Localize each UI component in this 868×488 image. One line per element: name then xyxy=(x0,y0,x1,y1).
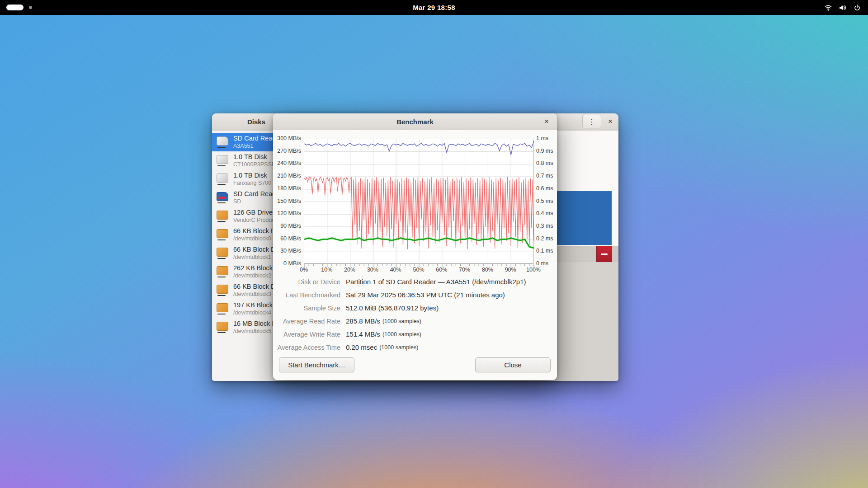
detail-label: Average Access Time xyxy=(273,344,340,351)
close-icon: × xyxy=(608,117,613,126)
detail-label: Average Write Rate xyxy=(273,331,340,338)
sd-card-color-icon xyxy=(216,192,229,204)
y-axis-right-tick: 0.2 ms xyxy=(536,235,553,242)
y-axis-right-tick: 0.4 ms xyxy=(536,210,553,217)
vertical-ellipsis-icon: ⋮ xyxy=(588,117,595,126)
drive-icon xyxy=(216,155,229,167)
y-axis-left-tick: 240 MB/s xyxy=(273,160,301,167)
start-benchmark-button[interactable]: Start Benchmark… xyxy=(279,357,354,372)
volume-icon xyxy=(839,5,847,11)
detail-row: Average Write Rate151.4 MB/s(1000 sample… xyxy=(273,328,557,341)
x-axis-tick: 0% xyxy=(300,267,308,273)
y-axis-left-tick: 180 MB/s xyxy=(273,185,301,192)
sd-card-icon xyxy=(216,136,229,148)
y-axis-left-tick: 0 MB/s xyxy=(273,260,301,267)
benchmark-title: Benchmark xyxy=(396,118,434,126)
x-axis-tick: 10% xyxy=(321,267,332,273)
detail-value: 512.0 MiB (536,870,912 bytes) xyxy=(346,304,439,312)
flash-block-icon xyxy=(216,303,229,315)
y-axis-left-tick: 90 MB/s xyxy=(273,223,301,230)
x-axis-tick: 100% xyxy=(526,267,541,273)
y-axis-right-tick: 0.3 ms xyxy=(536,223,553,230)
benchmark-close-button[interactable]: × xyxy=(541,116,552,127)
flash-block-icon xyxy=(216,321,229,333)
x-axis-tick: 80% xyxy=(482,267,493,273)
benchmark-details: Disk or DevicePartition 1 of SD Card Rea… xyxy=(273,275,557,354)
y-axis-right-tick: 0.5 ms xyxy=(536,198,553,205)
detail-label: Sample Size xyxy=(273,305,340,312)
detail-row: Average Access Time0.20 msec(1000 sample… xyxy=(273,341,557,354)
top-bar: Mar 29 18:58 xyxy=(0,0,868,15)
flash-block-icon xyxy=(216,266,229,278)
detail-label: Average Read Rate xyxy=(273,318,340,325)
benchmark-chart: 300 MB/s270 MB/s240 MB/s210 MB/s180 MB/s… xyxy=(273,130,557,272)
power-icon xyxy=(854,4,861,11)
detail-value: Partition 1 of SD Card Reader — A3A551 (… xyxy=(346,278,526,286)
sidebar-item-subtitle: CT1000P3PSSD8 xyxy=(233,161,279,168)
flash-block-icon xyxy=(216,247,229,259)
y-axis-right-tick: 0.8 ms xyxy=(536,160,553,167)
benchmark-titlebar[interactable]: Benchmark × xyxy=(273,113,557,130)
detail-value: 285.8 MB/s xyxy=(346,317,380,325)
detail-value: Sat 29 Mar 2025 06:36:53 PM UTC (21 minu… xyxy=(346,291,505,299)
close-button[interactable]: Close xyxy=(475,357,551,372)
x-axis-tick: 40% xyxy=(390,267,401,273)
detail-row: Average Read Rate285.8 MB/s(1000 samples… xyxy=(273,314,557,328)
x-axis-tick: 50% xyxy=(413,267,424,273)
chart-canvas xyxy=(304,139,534,268)
sidebar-item-title: 1.0 TB Disk xyxy=(233,153,279,161)
disks-close-button[interactable]: × xyxy=(604,115,617,128)
minus-icon xyxy=(601,253,608,255)
clock[interactable]: Mar 29 18:58 xyxy=(413,0,455,15)
x-axis-tick: 20% xyxy=(344,267,355,273)
menu-button[interactable]: ⋮ xyxy=(582,115,601,128)
y-axis-right-tick: 0.1 ms xyxy=(536,248,553,254)
benchmark-dialog: Benchmark × 300 MB/s270 MB/s240 MB/s210 … xyxy=(273,113,557,380)
y-axis-left-tick: 30 MB/s xyxy=(273,248,301,254)
y-axis-right-tick: 0 ms xyxy=(536,260,548,267)
detail-label: Last Benchmarked xyxy=(273,291,340,299)
drive-icon xyxy=(216,173,229,185)
y-axis-right-tick: 1 ms xyxy=(536,135,548,142)
y-axis-left-tick: 60 MB/s xyxy=(273,235,301,242)
detail-label: Disk or Device xyxy=(273,278,340,286)
activities-pill[interactable] xyxy=(6,5,24,10)
y-axis-left-tick: 150 MB/s xyxy=(273,198,301,205)
detail-value: 151.4 MB/s xyxy=(346,330,380,338)
y-axis-right-tick: 0.9 ms xyxy=(536,148,553,155)
detail-row: Last BenchmarkedSat 29 Mar 2025 06:36:53… xyxy=(273,288,557,301)
detail-row: Disk or DevicePartition 1 of SD Card Rea… xyxy=(273,275,557,288)
flash-block-icon xyxy=(216,284,229,296)
workspace-dot[interactable] xyxy=(29,6,32,9)
y-axis-left-tick: 120 MB/s xyxy=(273,210,301,217)
detail-suffix: (1000 samples) xyxy=(382,331,421,338)
flash-block-icon xyxy=(216,210,229,222)
y-axis-right-tick: 0.7 ms xyxy=(536,173,553,179)
y-axis-left-tick: 210 MB/s xyxy=(273,173,301,179)
delete-partition-button[interactable] xyxy=(596,246,612,262)
detail-value: 0.20 msec xyxy=(346,343,377,351)
system-status-area[interactable] xyxy=(824,0,861,15)
x-axis-tick: 70% xyxy=(459,267,470,273)
close-icon: × xyxy=(544,117,549,126)
x-axis-tick: 90% xyxy=(505,267,516,273)
y-axis-right-tick: 0.6 ms xyxy=(536,185,553,192)
chart-plot-area xyxy=(304,139,533,264)
x-axis-tick: 30% xyxy=(367,267,378,273)
flash-block-icon xyxy=(216,229,229,241)
detail-row: Sample Size512.0 MiB (536,870,912 bytes) xyxy=(273,301,557,314)
x-axis-tick: 60% xyxy=(436,267,447,273)
detail-suffix: (1000 samples) xyxy=(382,318,421,324)
y-axis-left-tick: 300 MB/s xyxy=(273,135,301,142)
y-axis-left-tick: 270 MB/s xyxy=(273,148,301,155)
detail-suffix: (1000 samples) xyxy=(379,344,418,351)
wifi-icon xyxy=(824,5,832,11)
disks-window-title: Disks xyxy=(247,118,265,126)
